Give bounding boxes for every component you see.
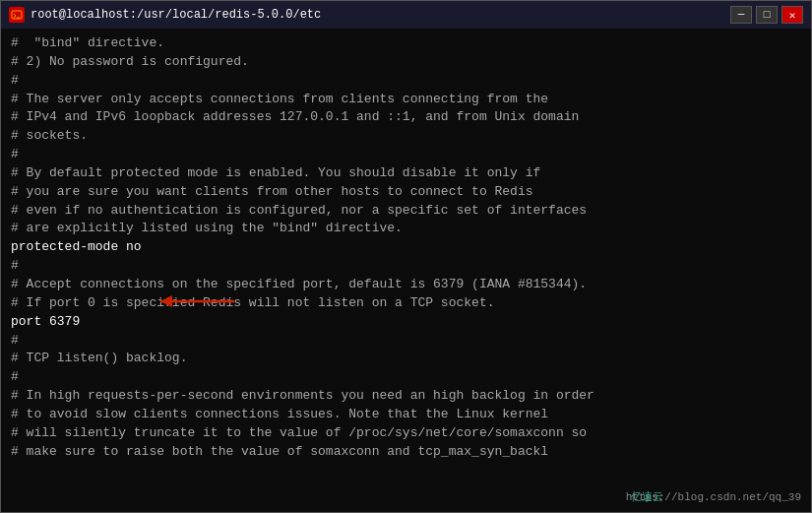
- close-button[interactable]: ✕: [781, 6, 803, 24]
- terminal-line: # are explicitly listed using the "bind"…: [11, 220, 801, 238]
- terminal-body[interactable]: # "bind" directive.# 2) No password is c…: [1, 29, 811, 512]
- watermark-logo: 亿速云: [631, 490, 663, 506]
- terminal-line: # Accept connections on the specified po…: [11, 276, 801, 294]
- terminal-line: # even if no authentication is configure…: [11, 202, 801, 221]
- terminal-line: #: [11, 368, 801, 387]
- terminal-line: port 6379: [11, 313, 801, 332]
- titlebar: root@localhost:/usr/local/redis-5.0.0/et…: [1, 1, 811, 29]
- terminal-line: # IPv4 and IPv6 loopback addresses 127.0…: [11, 108, 801, 127]
- terminal-line: # sockets.: [11, 127, 801, 146]
- titlebar-left: root@localhost:/usr/local/redis-5.0.0/et…: [9, 7, 321, 23]
- terminal-line: # TCP listen() backlog.: [11, 350, 801, 368]
- maximize-button[interactable]: □: [756, 6, 778, 24]
- window-title: root@localhost:/usr/local/redis-5.0.0/et…: [31, 8, 321, 22]
- terminal-line: # to avoid slow clients connections issu…: [11, 406, 801, 424]
- terminal-line: # "bind" directive.: [11, 34, 801, 53]
- window-controls[interactable]: ─ □ ✕: [730, 6, 803, 24]
- terminal-line: # you are sure you want clients from oth…: [11, 183, 801, 202]
- terminal-line: # will silently truncate it to the value…: [11, 424, 801, 443]
- terminal-line: # If port 0 is specified Redis will not …: [11, 294, 801, 313]
- terminal-line: #: [11, 72, 801, 91]
- terminal-line: # 2) No password is configured.: [11, 53, 801, 72]
- terminal-line: # make sure to raise both the value of s…: [11, 443, 801, 462]
- terminal-lines: # "bind" directive.# 2) No password is c…: [11, 34, 801, 461]
- terminal-line: # In high requests-per-second environmen…: [11, 387, 801, 406]
- terminal-window: root@localhost:/usr/local/redis-5.0.0/et…: [0, 0, 812, 513]
- terminal-icon: [9, 7, 25, 23]
- minimize-button[interactable]: ─: [730, 6, 752, 24]
- terminal-line: # The server only accepts connections fr…: [11, 91, 801, 109]
- terminal-line: #: [11, 257, 801, 276]
- terminal-line: # By default protected mode is enabled. …: [11, 164, 801, 183]
- terminal-line: #: [11, 332, 801, 351]
- terminal-line: #: [11, 146, 801, 164]
- terminal-line: protected-mode no: [11, 238, 801, 257]
